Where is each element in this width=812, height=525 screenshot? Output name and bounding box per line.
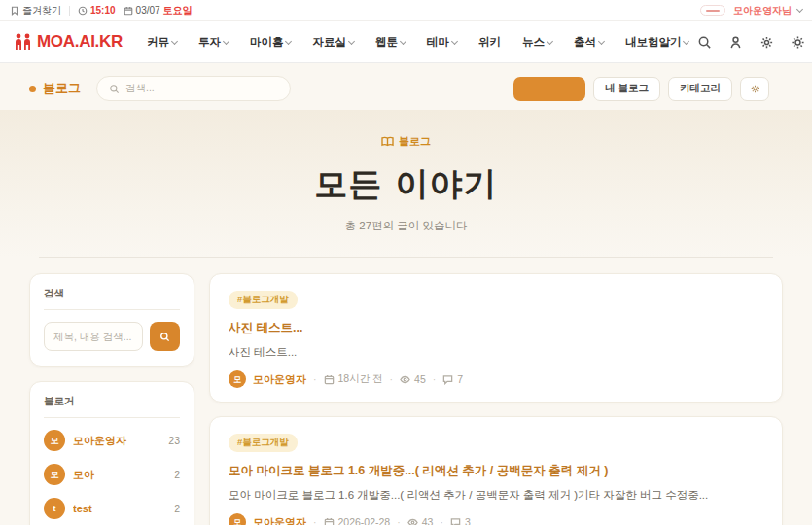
nav-item-webtoon[interactable]: 웹툰 xyxy=(367,31,414,53)
favorites-link[interactable]: 즐겨찾기 xyxy=(10,4,61,18)
nav-item-attendance[interactable]: 출석 xyxy=(565,31,613,53)
eye-icon xyxy=(400,374,410,385)
nav-item-community[interactable]: 커뮤 xyxy=(138,31,186,53)
blog-dot-icon xyxy=(29,86,36,92)
post-card[interactable]: #블로그개발 모아 마이크로 블로그 1.6 개발중...( 리액션 추가 / … xyxy=(209,416,783,525)
chevron-down-icon xyxy=(285,37,292,44)
blogger-item[interactable]: t test 2 xyxy=(44,498,180,519)
nav-item-insurance[interactable]: 내보험알기 xyxy=(617,31,698,53)
people-logo-icon xyxy=(14,33,33,51)
main-header: MOA.AI.KR 커뮤 투자 마이홈 자료실 웹툰 테마 위키 뉴스 출석 내… xyxy=(0,21,812,63)
nav-item-wiki[interactable]: 위키 xyxy=(470,31,510,53)
post-count-subtitle: 총 27편의 글이 있습니다 xyxy=(0,219,812,233)
post-comments: 7 xyxy=(442,373,463,385)
hero-badge: 블로그 xyxy=(381,134,431,149)
chevron-down-icon xyxy=(400,37,406,44)
header-icons xyxy=(697,35,809,50)
user-badge xyxy=(700,5,725,16)
sidebar: 검색 블로거 모 모아운영자 23 모 모아 2 t xyxy=(29,273,194,525)
chevron-down-icon xyxy=(796,6,803,13)
blog-section-title: 블로그 xyxy=(43,80,81,97)
avatar: 모 xyxy=(44,464,65,485)
post-date: 2026-02-28 xyxy=(324,516,391,525)
sidebar-search-title: 검색 xyxy=(44,287,180,300)
rss-sun-button[interactable] xyxy=(740,77,769,101)
main-nav: 커뮤 투자 마이홈 자료실 웹툰 테마 위키 뉴스 출석 내보험알기 xyxy=(138,31,698,53)
chevron-down-icon xyxy=(171,37,178,44)
eye-icon xyxy=(407,517,418,525)
category-button[interactable]: 카테고리 xyxy=(668,77,732,101)
topbar-right: 모아운영자님 xyxy=(700,4,802,18)
blog-search-input[interactable]: 검색... xyxy=(96,76,291,101)
comment-icon xyxy=(442,374,453,385)
post-views: 45 xyxy=(400,373,426,385)
blog-toolbar: 블로그 검색... 내 블로그 카테고리 xyxy=(0,63,812,110)
post-comments: 3 xyxy=(450,516,471,525)
avatar: 모 xyxy=(44,430,65,451)
avatar: 모 xyxy=(229,370,246,388)
topbar-divider xyxy=(69,6,70,16)
post-tag[interactable]: #블로그개발 xyxy=(229,434,298,452)
current-time: 15:10 xyxy=(90,5,116,16)
post-tag[interactable]: #블로그개발 xyxy=(229,291,298,309)
logo[interactable]: MOA.AI.KR xyxy=(14,32,123,52)
my-blog-button[interactable]: 내 블로그 xyxy=(593,77,660,101)
write-button[interactable] xyxy=(513,77,585,101)
post-excerpt: 모아 마이크로 블로그 1.6 개발중...( 리액션 추가 / 공백문자 출력… xyxy=(229,488,763,503)
post-author[interactable]: 모아운영자 xyxy=(253,515,306,525)
post-count: 2 xyxy=(174,503,180,514)
hero-badge-label: 블로그 xyxy=(399,134,431,149)
current-date: 03/07 xyxy=(136,5,160,16)
post-list: #블로그개발 사진 테스트... 사진 테스트... 모 모아운영자 · 18시… xyxy=(209,273,783,525)
user-icon[interactable] xyxy=(728,35,743,50)
nav-item-news[interactable]: 뉴스 xyxy=(513,31,561,53)
favorites-label: 즐겨찾기 xyxy=(22,4,61,18)
divider xyxy=(44,309,180,310)
clock-display: 15:10 xyxy=(78,5,116,16)
current-day: 토요일 xyxy=(163,4,193,18)
nav-item-invest[interactable]: 투자 xyxy=(190,31,237,53)
logo-text: MOA.AI.KR xyxy=(37,32,123,52)
post-title[interactable]: 모아 마이크로 블로그 1.6 개발중...( 리액션 추가 / 공백문자 출력… xyxy=(229,463,763,479)
nav-item-theme[interactable]: 테마 xyxy=(418,31,466,53)
nav-item-myhome[interactable]: 마이홈 xyxy=(241,31,300,53)
post-views: 43 xyxy=(407,516,434,525)
date-display: 03/07 토요일 xyxy=(124,4,193,18)
bloggers-title: 블로거 xyxy=(44,395,180,408)
topbar-left: 즐겨찾기 15:10 03/07 토요일 xyxy=(10,4,193,18)
post-meta: 모 모아운영자 · 18시간 전 · 45 · 7 xyxy=(229,370,763,388)
chevron-down-icon xyxy=(348,37,355,44)
top-utility-bar: 즐겨찾기 15:10 03/07 토요일 모아운영자님 xyxy=(0,0,812,21)
book-icon xyxy=(381,136,394,147)
hero-section: 블로그 모든 이야기 총 27편의 글이 있습니다 xyxy=(0,110,812,258)
post-count: 2 xyxy=(174,469,180,480)
user-name: 모아운영자님 xyxy=(733,4,792,18)
nav-item-archive[interactable]: 자료실 xyxy=(303,31,363,53)
content-area: 검색 블로거 모 모아운영자 23 모 모아 2 t xyxy=(0,258,812,525)
post-excerpt: 사진 테스트... xyxy=(229,345,763,360)
blogger-item[interactable]: 모 모아 2 xyxy=(44,464,180,485)
divider xyxy=(44,417,180,418)
sidebar-search-button[interactable] xyxy=(150,322,180,351)
sidebar-bloggers-card: 블로거 모 모아운영자 23 모 모아 2 t test 2 xyxy=(29,381,194,525)
post-author[interactable]: 모아운영자 xyxy=(253,372,306,387)
blogger-item[interactable]: 모 모아운영자 23 xyxy=(44,430,180,451)
post-meta: 모 모아운영자 · 2026-02-28 · 43 · 3 xyxy=(229,513,763,525)
sidebar-search-input[interactable] xyxy=(44,322,143,351)
chevron-down-icon xyxy=(547,37,553,44)
post-title[interactable]: 사진 테스트... xyxy=(229,320,763,336)
bookmark-icon xyxy=(10,6,19,16)
calendar-icon xyxy=(124,6,133,16)
chevron-down-icon xyxy=(223,37,229,44)
calendar-icon xyxy=(324,517,335,525)
search-icon[interactable] xyxy=(697,35,712,50)
theme-sun-icon[interactable] xyxy=(791,35,805,50)
sun-icon xyxy=(750,84,760,94)
clock-icon xyxy=(78,6,88,16)
user-menu[interactable]: 모아운영자님 xyxy=(733,4,802,18)
gear-icon[interactable] xyxy=(759,35,774,50)
post-count: 23 xyxy=(168,435,180,446)
search-icon xyxy=(109,84,120,94)
post-card[interactable]: #블로그개발 사진 테스트... 사진 테스트... 모 모아운영자 · 18시… xyxy=(209,273,783,402)
post-date: 18시간 전 xyxy=(324,372,383,386)
